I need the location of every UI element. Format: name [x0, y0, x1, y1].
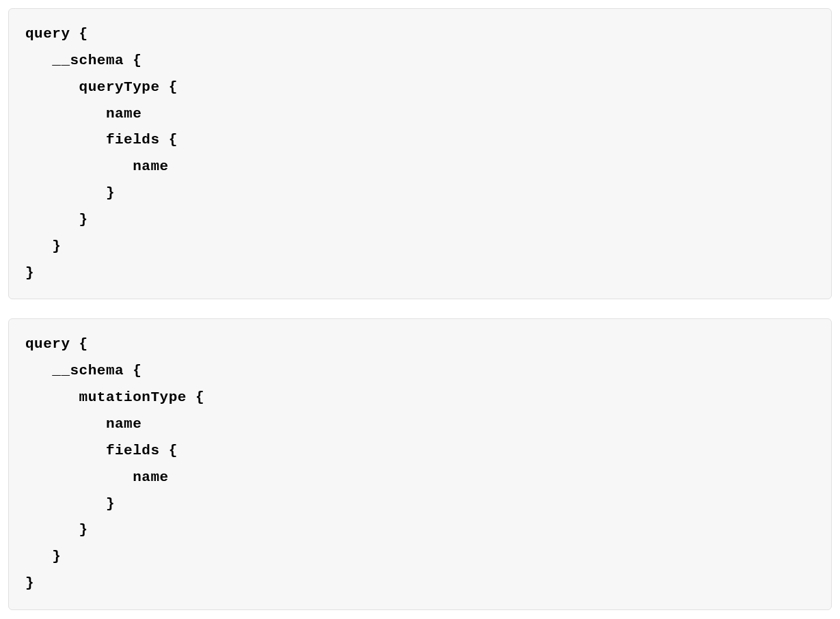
- code-content: query { __schema { queryType { name fiel…: [25, 21, 815, 286]
- code-block-mutation-type: query { __schema { mutationType { name f…: [8, 318, 832, 609]
- code-block-query-type: query { __schema { queryType { name fiel…: [8, 8, 832, 299]
- code-content: query { __schema { mutationType { name f…: [25, 331, 815, 596]
